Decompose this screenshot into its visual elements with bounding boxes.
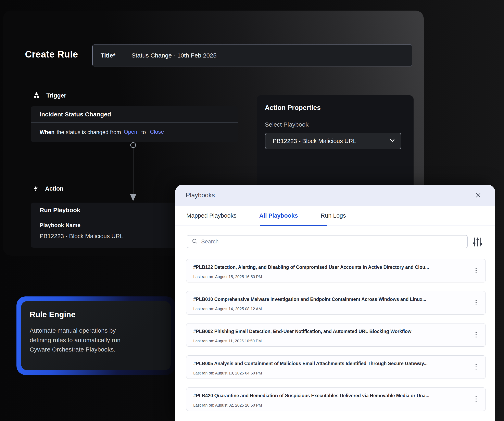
rule-engine-description: Automate manual operations by defining r… — [30, 326, 162, 354]
close-button[interactable] — [474, 191, 482, 199]
bolt-icon — [34, 185, 38, 192]
search-icon — [192, 238, 198, 245]
page-title: Create Rule — [25, 49, 78, 60]
playbook-select-value: PB12223 - Block Malicious URL — [273, 138, 356, 144]
tab-all-playbooks[interactable]: All Playbooks — [259, 212, 298, 219]
action-section-label: Action — [34, 185, 63, 192]
playbook-list-item[interactable]: #PLB002 Phishing Email Detection, End-Us… — [186, 323, 486, 347]
playbook-item-meta: Last ran on: August 14, 2025 08:12 AM — [193, 307, 463, 311]
playbook-item-title: #PLB010 Comprehensive Malware Investigat… — [193, 297, 463, 302]
playbooks-modal: Playbooks Mapped Playbooks All Playbooks… — [175, 185, 495, 421]
playbook-item-meta: Last ran on: August 11, 2025 10:50 PM — [193, 339, 463, 343]
filter-button[interactable] — [472, 236, 483, 249]
rule-engine-card: Rule Engine Automate manual operations b… — [17, 296, 175, 375]
playbook-list-item[interactable]: #PLB005 Analysis and Containment of Mali… — [186, 355, 486, 379]
sliders-icon — [473, 245, 483, 248]
rule-engine-inner: Rule Engine Automate manual operations b… — [21, 301, 171, 370]
playbooks-modal-title: Playbooks — [186, 192, 215, 199]
tab-mapped-playbooks[interactable]: Mapped Playbooks — [186, 212, 237, 219]
playbook-item-title: #PLB122 Detection, Alerting, and Disabli… — [193, 265, 463, 270]
playbook-select[interactable]: PB12223 - Block Malicious URL — [265, 133, 401, 149]
tab-run-logs[interactable]: Run Logs — [321, 212, 346, 219]
shapes-icon — [34, 92, 39, 99]
playbook-item-meta: Last ran on: August 10, 2025 04:50 PM — [193, 371, 463, 375]
playbook-list-item[interactable]: #PLB010 Comprehensive Malware Investigat… — [186, 291, 486, 314]
title-input-value: Status Change - 10th Feb 2025 — [132, 52, 217, 59]
rule-engine-title: Rule Engine — [30, 310, 162, 319]
chevron-down-icon — [390, 139, 395, 143]
action-properties-title: Action Properties — [265, 104, 405, 112]
condition-when: When — [40, 129, 55, 136]
title-input[interactable]: Title* Status Change - 10th Feb 2025 — [92, 44, 412, 66]
playbook-list-item[interactable]: #PLB122 Detection, Alerting, and Disabli… — [186, 259, 486, 282]
trigger-to-action-connector — [127, 142, 139, 203]
kebab-icon[interactable] — [474, 395, 478, 403]
trigger-section-label: Trigger — [34, 92, 66, 99]
kebab-icon[interactable] — [474, 331, 478, 339]
run-playbook-title: Run Playbook — [40, 207, 80, 213]
active-tab-underline — [260, 225, 327, 226]
search-input[interactable] — [201, 238, 445, 245]
close-icon — [475, 196, 481, 199]
playbook-item-meta: Last ran on: August 02, 2025 20:50 PM — [193, 403, 463, 408]
title-input-label: Title* — [101, 52, 132, 59]
trigger-card-title: Incident Status Changed — [40, 111, 111, 118]
search-input-wrapper — [187, 235, 468, 248]
kebab-icon[interactable] — [474, 363, 478, 371]
condition-from-link[interactable]: Open — [123, 128, 138, 136]
kebab-icon[interactable] — [474, 267, 478, 274]
screen: Create Rule Title* Status Change - 10th … — [0, 0, 504, 421]
search-row — [187, 235, 483, 248]
trigger-card[interactable]: Incident Status Changed When the status … — [31, 106, 238, 142]
kebab-icon[interactable] — [474, 299, 478, 307]
trigger-condition: When the status is changed from Open to … — [31, 123, 238, 142]
condition-to-text: to — [141, 129, 146, 136]
playbook-item-title: #PLB420 Quarantine and Remediation of Su… — [193, 393, 463, 398]
action-section-title: Action — [45, 185, 63, 192]
playbook-list-item[interactable]: #PLB420 Quarantine and Remediation of Su… — [186, 387, 486, 411]
playbook-item-meta: Last ran on: August 15, 2025 16:50 PM — [193, 274, 463, 279]
select-playbook-label: Select Playbook — [265, 121, 405, 128]
playbook-list: #PLB122 Detection, Alerting, and Disabli… — [186, 259, 486, 420]
trigger-card-header: Incident Status Changed — [31, 106, 238, 123]
playbook-item-title: #PLB002 Phishing Email Detection, End-Us… — [193, 329, 463, 334]
condition-text: the status is changed from — [57, 129, 121, 136]
playbooks-modal-header: Playbooks — [175, 185, 495, 206]
trigger-section-title: Trigger — [46, 92, 66, 99]
condition-to-link[interactable]: Close — [149, 128, 165, 136]
playbooks-tabs: Mapped Playbooks All Playbooks Run Logs — [175, 206, 495, 226]
playbook-item-title: #PLB005 Analysis and Containment of Mali… — [193, 361, 463, 366]
